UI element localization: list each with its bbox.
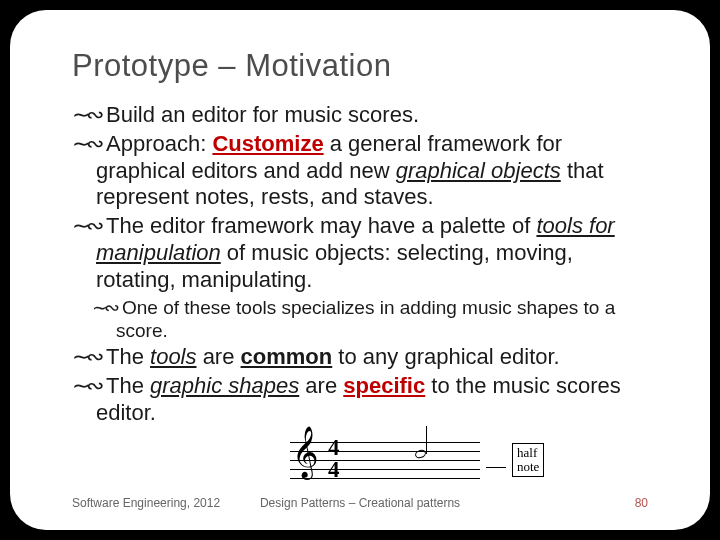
slide-body: ∼∾Build an editor for music scores. ∼∾Ap…: [72, 102, 648, 488]
callout-text: half: [517, 446, 539, 460]
bullet-text: The editor framework may have a palette …: [106, 213, 536, 238]
music-staff-figure: 𝄞 4 4 half note: [290, 436, 544, 484]
slide-footer: Software Engineering, 2012 Design Patter…: [72, 496, 648, 510]
half-note-icon: [415, 450, 426, 458]
bullet-item: ∼∾The graphic shapes are specific to the…: [72, 373, 648, 427]
slide: Prototype – Motivation ∼∾Build an editor…: [10, 10, 710, 530]
bullet-icon: ∼∾: [72, 102, 100, 127]
bullet-icon: ∼∾: [72, 131, 100, 156]
slide-title: Prototype – Motivation: [72, 48, 648, 84]
bullet-item: ∼∾The editor framework may have a palett…: [72, 213, 648, 293]
note-callout-box: half note: [512, 443, 544, 476]
time-sig-top: 4: [328, 437, 340, 459]
callout-connector: [486, 467, 506, 468]
bullet-item: ∼∾Approach: Customize a general framewor…: [72, 131, 648, 211]
bullet-text-emphasis: graphic shapes: [150, 373, 299, 398]
bullet-text: Approach:: [106, 131, 212, 156]
bullet-text: to any graphical editor.: [332, 344, 559, 369]
bullet-icon: ∼∾: [72, 344, 100, 369]
time-sig-bottom: 4: [328, 459, 340, 481]
bullet-text: Build an editor for music scores.: [106, 102, 419, 127]
bullet-text: The: [106, 373, 150, 398]
treble-clef-icon: 𝄞: [292, 430, 319, 475]
footer-left: Software Engineering, 2012: [72, 496, 220, 510]
callout-text: note: [517, 460, 539, 474]
staff-line: [290, 478, 480, 479]
bullet-text-emphasis: Customize: [212, 131, 323, 156]
bullet-text: are: [197, 344, 241, 369]
time-signature: 4 4: [328, 437, 340, 481]
bullet-text-emphasis: specific: [343, 373, 425, 398]
note-head: [414, 448, 427, 459]
bullet-text-emphasis: tools: [150, 344, 196, 369]
bullet-text: The: [106, 344, 150, 369]
sub-bullet-item: ∼∾One of these tools specializes in addi…: [92, 296, 648, 342]
bullet-text-emphasis: common: [241, 344, 333, 369]
music-staff: 𝄞 4 4: [290, 436, 480, 484]
bullet-text: One of these tools specializes in adding…: [116, 297, 615, 341]
bullet-icon: ∼∾: [72, 213, 100, 238]
bullet-text-emphasis: graphical objects: [396, 158, 561, 183]
bullet-icon: ∼∾: [92, 297, 116, 318]
bullet-item: ∼∾The tools are common to any graphical …: [72, 344, 648, 371]
page-number: 80: [635, 496, 648, 510]
note-stem: [426, 426, 428, 454]
bullet-icon: ∼∾: [72, 373, 100, 398]
footer-center: Design Patterns – Creational patterns: [260, 496, 460, 510]
bullet-text: are: [299, 373, 343, 398]
bullet-item: ∼∾Build an editor for music scores.: [72, 102, 648, 129]
